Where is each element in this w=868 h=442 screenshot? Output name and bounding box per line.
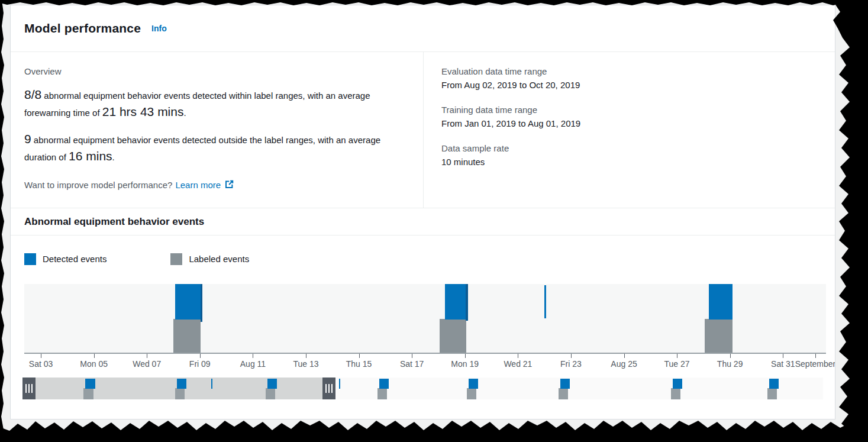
- brush-labeled-event: [175, 388, 185, 399]
- axis-tick-label: Fri 23: [560, 359, 582, 369]
- average-duration: 16 mins: [69, 149, 112, 163]
- brush-detected-event: [560, 379, 570, 389]
- detected-event-edge: [466, 284, 467, 321]
- model-performance-panel: Model performance Info Overview 8/8 abno…: [10, 5, 835, 420]
- axis-tick-label: Wed 21: [504, 359, 532, 369]
- axis-tick: [147, 354, 147, 358]
- axis-tick: [465, 354, 466, 358]
- brush-labeled-event: [767, 388, 777, 399]
- overview-label: Overview: [24, 66, 399, 76]
- axis-tick-label: Wed 07: [133, 359, 161, 369]
- axis-tick-label: Tue 13: [293, 359, 318, 369]
- axis-tick: [253, 354, 253, 358]
- summary-row: Overview 8/8 abnormal equipment behavior…: [11, 52, 835, 208]
- brush-detected-event: [379, 379, 389, 389]
- axis-tick-label: Aug 25: [611, 359, 637, 369]
- axis-tick: [783, 354, 783, 358]
- axis-tick-label: Aug 11: [240, 359, 266, 369]
- axis-tick-label: Tue 27: [664, 359, 690, 369]
- axis-tick-label: September: [795, 359, 835, 369]
- axis-tick-label: Sat 17: [400, 359, 424, 369]
- evaluation-range-detail: Evaluation data time range From Aug 02, …: [441, 66, 835, 90]
- brush-detected-spike: [211, 379, 212, 389]
- brush-detected-event: [469, 379, 478, 389]
- axis-tick: [571, 354, 572, 358]
- brush-detected-event: [177, 379, 186, 389]
- brush-drag-handle[interactable]: [322, 378, 335, 399]
- axis-tick-label: Thu 15: [346, 359, 372, 369]
- panel-header: Model performance Info: [11, 5, 835, 52]
- improve-performance-cta: Want to improve model performance?Learn …: [24, 179, 399, 191]
- x-axis: Sat 03Mon 05Wed 07Fri 09Aug 11Tue 13Thu …: [24, 354, 835, 370]
- detected-count: 8/8: [24, 88, 41, 101]
- sample-rate-detail: Data sample rate 10 minutes: [441, 143, 835, 167]
- labeled-event-bar[interactable]: [440, 319, 466, 353]
- brush-detected-event: [85, 379, 95, 389]
- grip-lines-icon: [331, 384, 333, 393]
- outside-count: 9: [24, 132, 31, 146]
- axis-tick-label: Fri 09: [189, 359, 211, 369]
- grip-lines-icon: [325, 384, 327, 393]
- axis-tick: [359, 354, 360, 358]
- axis-tick: [94, 354, 95, 358]
- brush-detected-event: [267, 379, 277, 389]
- external-link-icon: [224, 179, 234, 191]
- axis-tick: [730, 354, 731, 358]
- axis-tick: [412, 354, 412, 358]
- training-range-detail: Training data time range From Jan 01, 20…: [441, 105, 835, 128]
- overview-column: Overview 8/8 abnormal equipment behavior…: [11, 52, 423, 208]
- brush-labeled-event: [83, 388, 93, 399]
- brush-detected-spike: [339, 379, 340, 389]
- timeline-brush[interactable]: [22, 378, 823, 399]
- detected-event-spike[interactable]: [544, 285, 546, 318]
- detected-outside-summary: 9 abnormal equipment behavior events det…: [24, 131, 399, 165]
- labeled-events-swatch: [170, 253, 182, 265]
- axis-tick-label: Mon 05: [80, 359, 108, 369]
- detected-event-bar[interactable]: [445, 284, 467, 320]
- page-title: Model performance: [24, 21, 141, 36]
- axis-tick: [518, 354, 518, 358]
- brush-detected-event: [673, 379, 682, 389]
- labeled-event-bar[interactable]: [705, 319, 733, 353]
- brush-detected-event: [769, 379, 779, 389]
- brush-labeled-event: [266, 388, 275, 399]
- brush-labeled-event: [467, 388, 476, 399]
- brush-labeled-event: [377, 388, 387, 399]
- detected-event-bar[interactable]: [175, 284, 202, 320]
- axis-tick: [200, 354, 201, 358]
- labeled-event-bar[interactable]: [173, 319, 201, 353]
- legend-item-labeled: Labeled events: [170, 253, 249, 265]
- axis-tick: [306, 354, 306, 358]
- detected-event-bar[interactable]: [709, 284, 733, 320]
- grip-lines-icon: [328, 384, 330, 393]
- axis-tick: [815, 354, 816, 358]
- legend-item-detected: Detected events: [24, 253, 107, 265]
- detected-event-edge: [201, 284, 202, 322]
- events-section-header: Abnormal equipment behavior events: [11, 208, 835, 235]
- axis-tick-label: Thu 29: [717, 359, 743, 369]
- axis-tick: [41, 354, 41, 358]
- grip-lines-icon: [28, 384, 30, 393]
- detected-events-swatch: [24, 253, 36, 265]
- data-ranges-column: Evaluation data time range From Aug 02, …: [423, 52, 835, 208]
- grip-lines-icon: [31, 384, 33, 393]
- brush-labeled-event: [671, 388, 680, 399]
- axis-tick-label: Sat 31: [771, 359, 795, 369]
- forewarning-time: 21 hrs 43 mins: [102, 105, 184, 118]
- grip-lines-icon: [25, 384, 27, 393]
- detected-within-summary: 8/8 abnormal equipment behavior events d…: [24, 86, 399, 121]
- axis-tick-label: Mon 19: [451, 359, 479, 369]
- learn-more-link[interactable]: Learn more: [175, 180, 221, 190]
- chart-legend: Detected events Labeled events: [24, 253, 835, 265]
- events-timeline-plot: [24, 284, 826, 354]
- info-link[interactable]: Info: [151, 24, 167, 33]
- brush-labeled-event: [559, 388, 568, 399]
- axis-tick: [677, 354, 677, 358]
- brush-drag-handle[interactable]: [22, 378, 36, 399]
- axis-tick-label: Sat 03: [29, 359, 53, 369]
- axis-tick: [624, 354, 625, 358]
